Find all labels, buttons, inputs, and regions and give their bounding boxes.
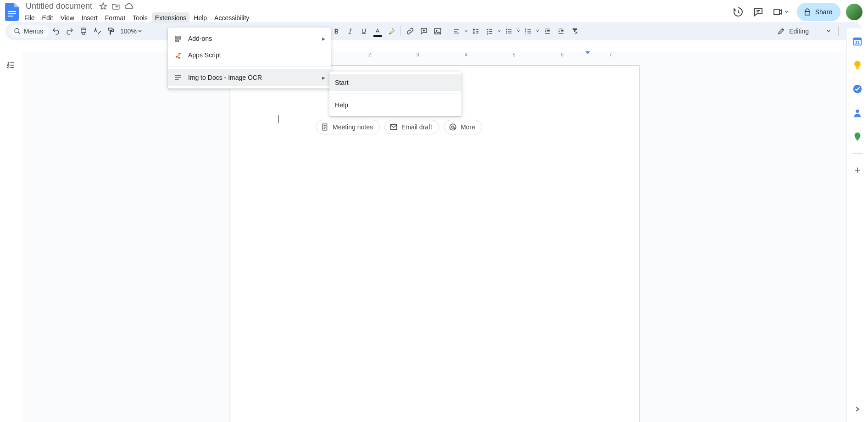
zoom-select[interactable]: 100% — [118, 28, 144, 35]
decrease-indent-button[interactable] — [541, 25, 554, 38]
outline-toggle-button[interactable] — [5, 59, 17, 72]
numbered-dropdown[interactable] — [535, 29, 540, 33]
menu-file[interactable]: File — [21, 12, 38, 23]
insert-image-button[interactable] — [431, 25, 444, 38]
svg-rect-38 — [175, 40, 179, 41]
email-draft-label: Email draft — [401, 123, 432, 131]
svg-rect-52 — [853, 38, 861, 40]
submenu-arrow-icon: ▸ — [322, 35, 325, 42]
svg-rect-54 — [856, 68, 859, 69]
addons-icon — [173, 34, 183, 43]
svg-rect-1 — [8, 13, 16, 14]
bulleted-dropdown[interactable] — [516, 29, 521, 33]
img-to-docs-menu-item[interactable]: Img to Docs - Image OCR ▸ — [168, 69, 331, 86]
text-color-button[interactable] — [371, 25, 384, 38]
account-avatar[interactable] — [846, 4, 862, 20]
spellcheck-button[interactable] — [91, 25, 104, 38]
menu-bar: File Edit View Insert Format Tools Exten… — [21, 12, 252, 23]
search-icon — [14, 28, 21, 35]
menus-label: Menus — [24, 28, 43, 35]
ruler-tick: 5 — [513, 52, 516, 57]
menu-format[interactable]: Format — [102, 12, 128, 23]
ruler-tick: 4 — [465, 52, 467, 57]
move-icon[interactable] — [111, 2, 121, 11]
submenu-arrow-icon: ▸ — [322, 74, 325, 81]
svg-point-56 — [856, 110, 859, 113]
submenu-help[interactable]: Help — [329, 97, 462, 113]
line-spacing-button[interactable] — [469, 25, 482, 38]
text-cursor — [278, 115, 278, 123]
clear-formatting-button[interactable] — [568, 25, 581, 38]
svg-rect-0 — [8, 11, 16, 12]
more-label: More — [461, 123, 475, 131]
addons-label: Add-ons — [188, 35, 212, 42]
document-title[interactable]: Untitled document — [23, 0, 95, 12]
menu-help[interactable]: Help — [190, 12, 210, 23]
checklist-dropdown[interactable] — [497, 29, 501, 33]
email-draft-chip[interactable]: Email draft — [384, 120, 439, 134]
extensions-dropdown: Add-ons ▸ Apps Script Img to Docs - Imag… — [168, 28, 331, 89]
version-history-icon[interactable] — [729, 3, 747, 21]
document-page[interactable] — [229, 65, 640, 422]
insert-link-button[interactable] — [404, 25, 417, 38]
align-dropdown[interactable] — [464, 29, 468, 33]
svg-point-57 — [856, 134, 858, 137]
underline-button[interactable] — [357, 25, 370, 38]
insert-comment-button[interactable] — [417, 25, 430, 38]
tasks-app-icon[interactable] — [848, 80, 867, 98]
menu-edit[interactable]: Edit — [39, 12, 56, 23]
cloud-status-icon[interactable] — [124, 2, 134, 11]
email-icon — [389, 123, 398, 131]
chevron-down-icon — [826, 29, 831, 33]
pencil-icon — [777, 27, 785, 35]
docs-logo[interactable] — [4, 4, 20, 20]
svg-point-17 — [506, 31, 507, 32]
star-icon[interactable] — [99, 2, 108, 11]
menu-divider — [168, 66, 331, 67]
start-label: Start — [335, 79, 349, 86]
editing-mode-button[interactable]: Editing — [773, 25, 835, 38]
share-button[interactable]: Share — [797, 3, 840, 21]
addons-menu-item[interactable]: Add-ons ▸ — [168, 30, 331, 47]
keep-app-icon[interactable] — [848, 56, 867, 74]
meet-icon[interactable] — [769, 3, 792, 21]
align-button[interactable] — [450, 25, 463, 38]
apps-script-menu-item[interactable]: Apps Script — [168, 47, 331, 63]
svg-text:31: 31 — [855, 40, 859, 45]
checklist-button[interactable] — [483, 25, 496, 38]
hide-side-panel-button[interactable] — [848, 400, 867, 418]
add-app-button[interactable] — [848, 161, 867, 179]
meeting-notes-chip[interactable]: Meeting notes — [316, 120, 380, 134]
img-to-docs-icon — [173, 73, 183, 82]
menu-extensions[interactable]: Extensions — [152, 12, 189, 23]
redo-button[interactable] — [63, 25, 76, 38]
increase-indent-button[interactable] — [555, 25, 568, 38]
maps-app-icon[interactable] — [848, 128, 867, 146]
side-panel-divider — [852, 153, 863, 154]
print-button[interactable] — [77, 25, 90, 38]
comments-icon[interactable] — [749, 3, 768, 21]
menu-tools[interactable]: Tools — [129, 12, 151, 23]
contacts-app-icon[interactable] — [848, 104, 867, 122]
meeting-notes-label: Meeting notes — [333, 123, 373, 131]
highlight-button[interactable] — [385, 25, 398, 38]
menu-accessibility[interactable]: Accessibility — [211, 12, 252, 23]
menu-insert[interactable]: Insert — [78, 12, 101, 23]
paint-format-button[interactable] — [105, 25, 117, 38]
search-menus-button[interactable]: Menus — [10, 25, 49, 38]
svg-point-50 — [451, 126, 454, 128]
apps-script-label: Apps Script — [188, 51, 221, 59]
numbered-list-button[interactable]: 123 — [522, 25, 534, 38]
undo-button[interactable] — [50, 25, 62, 38]
ruler[interactable]: 2 3 4 5 6 7 — [22, 51, 846, 58]
img-to-docs-label: Img to Docs - Image OCR — [188, 74, 262, 81]
help-label: Help — [335, 101, 348, 109]
submenu-start[interactable]: Start — [329, 74, 462, 91]
bulleted-list-button[interactable] — [502, 25, 515, 38]
calendar-app-icon[interactable]: 31 — [848, 32, 867, 50]
italic-button[interactable] — [344, 25, 356, 38]
menu-view[interactable]: View — [57, 12, 78, 23]
bold-button[interactable] — [330, 25, 343, 38]
right-indent-marker[interactable] — [585, 51, 590, 57]
more-templates-chip[interactable]: More — [444, 120, 482, 134]
